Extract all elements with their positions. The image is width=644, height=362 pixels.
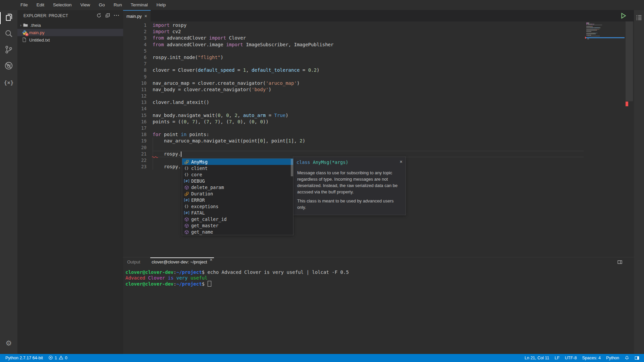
status-encoding[interactable]: UTF-8	[565, 356, 577, 360]
status-indentation[interactable]: Spaces: 4	[582, 356, 601, 360]
plugins-icon: {×}	[4, 79, 14, 86]
line-number[interactable]: 20	[123, 144, 153, 151]
line-number[interactable]: 11	[123, 86, 153, 93]
outline-list-icon[interactable]	[636, 14, 642, 354]
completion-item-anymsg[interactable]: AnyMsg	[182, 159, 293, 165]
code-text: nav_aruco_map.navigate_wait(point[0], po…	[153, 138, 305, 144]
completion-item-get_name[interactable]: get_name	[182, 229, 293, 235]
line-number[interactable]: 1	[123, 22, 153, 28]
line-number[interactable]: 16	[123, 119, 153, 125]
warning-icon	[59, 355, 63, 361]
line-number[interactable]: 10	[123, 80, 153, 86]
line-number[interactable]: 13	[123, 99, 153, 106]
file-item-main-py[interactable]: ×main.py	[17, 29, 123, 36]
completion-item-duration[interactable]: Duration	[182, 190, 293, 197]
close-icon[interactable]: ×	[145, 14, 147, 18]
tab-output[interactable]: Output	[126, 257, 142, 267]
activity-plugins[interactable]: {×}	[0, 74, 17, 90]
menu-file[interactable]: File	[16, 0, 32, 10]
line-number[interactable]: 19	[123, 138, 153, 144]
completion-item-get_master[interactable]: get_master	[182, 222, 293, 229]
code-text: for point in points:	[153, 131, 209, 138]
minimap-error-marker	[585, 37, 586, 39]
line-number[interactable]: 15	[123, 112, 153, 119]
completion-item-error[interactable]: [ø]ERROR	[182, 197, 293, 203]
file-item--theia[interactable]: ›.theia	[17, 21, 123, 29]
status-language-mode[interactable]: Python	[606, 356, 619, 360]
line-number[interactable]: 14	[123, 106, 153, 112]
notifications-bell-icon[interactable]	[625, 356, 629, 360]
close-icon[interactable]: ×	[210, 257, 212, 267]
terminal[interactable]: clover@clover-dev:~/project$ echo Advace…	[123, 267, 634, 287]
line-number[interactable]: 5	[123, 48, 153, 54]
completion-label: core	[191, 172, 202, 177]
status-cursor-position[interactable]: Ln 21, Col 11	[525, 356, 549, 360]
explorer-refresh-button[interactable]	[96, 13, 102, 19]
line-number[interactable]: 22	[123, 157, 153, 164]
line-number[interactable]: 9	[123, 74, 153, 80]
toggle-panel-icon[interactable]	[617, 259, 623, 266]
code-line: 17	[123, 125, 634, 131]
minimap-line	[594, 25, 602, 25]
terminal-line: clover@clover-dev:~/project$	[125, 281, 634, 287]
code-line: 15nav_body.navigate_wait(0, 0, 2, auto_a…	[123, 112, 634, 119]
explorer-collapse-all-button[interactable]	[105, 13, 110, 19]
status-python-interpreter[interactable]: Python 2.7.17 64-bit	[5, 356, 43, 360]
editor-scrollbar[interactable]	[625, 21, 634, 257]
line-number[interactable]: 3	[123, 35, 153, 41]
scrollbar-thumb[interactable]	[626, 21, 633, 101]
activity-debug[interactable]	[0, 58, 17, 74]
menu-view[interactable]: View	[76, 0, 95, 10]
layout-icon[interactable]	[635, 356, 639, 360]
explorer-more-actions-button[interactable]: ···	[114, 13, 120, 19]
line-number[interactable]: 2	[123, 28, 153, 35]
error-badge: ×	[25, 33, 29, 36]
completion-item-fatal[interactable]: [ø]FATAL	[182, 209, 293, 216]
line-number[interactable]: 23	[123, 164, 153, 170]
run-button[interactable]	[619, 12, 627, 21]
folder-icon	[23, 22, 28, 28]
line-number[interactable]: 18	[123, 131, 153, 138]
line-number[interactable]: 6	[123, 54, 153, 61]
line-number[interactable]: 21	[123, 151, 153, 157]
completion-item-exceptions[interactable]: {}exceptions	[182, 203, 293, 209]
activity-explorer[interactable]	[0, 10, 17, 26]
code-editor[interactable]: 1import rospy2import cv23from advancedCl…	[123, 21, 634, 257]
completion-item-get_caller_id[interactable]: get_caller_id	[182, 216, 293, 222]
menu-run[interactable]: Run	[109, 0, 126, 10]
menu-help[interactable]: Help	[152, 0, 170, 10]
code-text: points = ((0, 7), (7, 7), (7, 0), (0, 0)…	[153, 119, 269, 125]
status-eol[interactable]: LF	[554, 356, 559, 360]
close-icon[interactable]: ×	[400, 159, 402, 164]
menu-go[interactable]: Go	[95, 0, 109, 10]
minimap[interactable]	[585, 21, 625, 257]
completion-item-client[interactable]: {}client	[182, 165, 293, 171]
code-text: nav_aruco_map = clover.create_navigator(…	[153, 80, 300, 86]
menu-edit[interactable]: Edit	[32, 0, 49, 10]
explorer-header: EXPLORER: PROJECT ···	[17, 10, 123, 21]
status-problems[interactable]: 10	[48, 355, 67, 361]
file-item-untitled-txt[interactable]: Untitled.txt	[17, 36, 123, 44]
line-number[interactable]: 12	[123, 93, 153, 99]
line-number[interactable]: 4	[123, 42, 153, 48]
method-icon	[183, 222, 190, 229]
completion-item-debug[interactable]: [ø]DEBUG	[182, 178, 293, 184]
module-icon: {}	[183, 165, 190, 171]
tab-main-py[interactable]: main.py ×	[123, 10, 151, 21]
module-icon: {}	[183, 171, 190, 178]
menu-selection[interactable]: Selection	[49, 0, 76, 10]
menu-terminal[interactable]: Terminal	[126, 0, 152, 10]
activity-search[interactable]	[0, 26, 17, 42]
activity-settings[interactable]: ⚙	[0, 335, 17, 351]
constant-icon: [ø]	[183, 209, 190, 216]
tab-terminal[interactable]: clover@clover-dev: ~/project ×	[150, 257, 214, 267]
minimap-line	[596, 36, 598, 37]
completion-item-core[interactable]: {}core	[182, 171, 293, 178]
line-number[interactable]: 8	[123, 67, 153, 73]
line-number[interactable]: 7	[123, 61, 153, 67]
code-line: 16points = ((0, 7), (7, 7), (7, 0), (0, …	[123, 119, 634, 125]
completion-item-delete_param[interactable]: delete_param	[182, 184, 293, 190]
completion-scrollbar-thumb[interactable]	[291, 159, 293, 176]
activity-source-control[interactable]	[0, 42, 17, 58]
line-number[interactable]: 17	[123, 125, 153, 131]
